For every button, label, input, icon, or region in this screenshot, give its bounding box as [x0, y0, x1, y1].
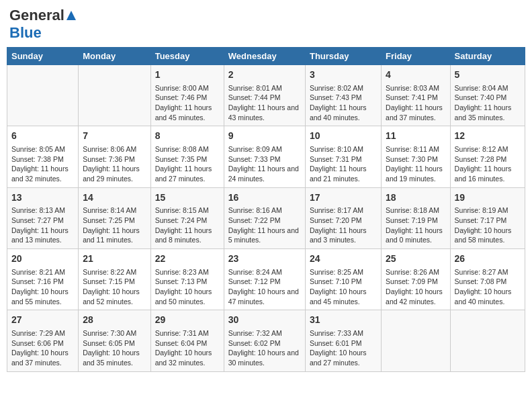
day-number: 20 [11, 253, 74, 266]
day-number: 14 [83, 191, 146, 205]
day-number: 6 [11, 130, 74, 143]
calendar-cell: 18Sunrise: 8:18 AMSunset: 7:19 PMDayligh… [382, 187, 451, 248]
day-info: Daylight: 10 hours and 47 minutes. [228, 287, 301, 306]
calendar-cell: 21Sunrise: 8:22 AMSunset: 7:15 PMDayligh… [79, 249, 150, 310]
day-info: Sunset: 7:19 PM [386, 216, 446, 226]
day-info: Sunset: 7:41 PM [386, 93, 446, 103]
calendar-cell [382, 310, 451, 371]
calendar-cell: 28Sunrise: 7:30 AMSunset: 6:05 PMDayligh… [79, 310, 150, 371]
day-info: Sunrise: 8:16 AM [228, 205, 301, 216]
day-info: Sunset: 6:02 PM [228, 338, 301, 349]
day-info: Sunrise: 8:26 AM [386, 267, 446, 277]
calendar-week-1: 1Sunrise: 8:00 AMSunset: 7:46 PMDaylight… [7, 65, 525, 126]
day-info: Sunset: 7:25 PM [83, 216, 146, 226]
day-info: Sunset: 7:31 PM [310, 154, 377, 165]
calendar-cell: 1Sunrise: 8:00 AMSunset: 7:46 PMDaylight… [150, 65, 224, 126]
calendar-header-monday: Monday [79, 48, 150, 65]
day-info: Daylight: 11 hours and 3 minutes. [310, 226, 377, 245]
day-info: Sunset: 7:35 PM [155, 154, 220, 165]
day-number: 1 [155, 68, 220, 82]
calendar-week-4: 20Sunrise: 8:21 AMSunset: 7:16 PMDayligh… [7, 249, 525, 310]
calendar-cell: 15Sunrise: 8:15 AMSunset: 7:24 PMDayligh… [150, 187, 224, 248]
day-info: Sunset: 7:15 PM [83, 277, 146, 287]
day-info: Sunrise: 8:02 AM [310, 83, 377, 93]
day-info: Sunset: 7:13 PM [155, 277, 220, 287]
day-number: 12 [455, 130, 521, 143]
day-info: Daylight: 11 hours and 0 minutes. [386, 226, 446, 245]
calendar-header-row: SundayMondayTuesdayWednesdayThursdayFrid… [7, 48, 525, 65]
day-number: 9 [228, 130, 301, 143]
day-info: Daylight: 11 hours and 11 minutes. [83, 226, 146, 245]
day-info: Daylight: 11 hours and 37 minutes. [386, 103, 446, 122]
calendar-cell: 30Sunrise: 7:32 AMSunset: 6:02 PMDayligh… [224, 310, 305, 371]
page-header: General Blue [7, 7, 525, 42]
logo: General Blue [9, 7, 77, 42]
calendar-cell: 22Sunrise: 8:23 AMSunset: 7:13 PMDayligh… [150, 249, 224, 310]
day-info: Sunset: 6:06 PM [11, 338, 74, 349]
calendar-week-3: 13Sunrise: 8:13 AMSunset: 7:27 PMDayligh… [7, 187, 525, 248]
day-info: Sunrise: 8:05 AM [11, 144, 74, 154]
calendar-cell: 4Sunrise: 8:03 AMSunset: 7:41 PMDaylight… [382, 65, 451, 126]
day-info: Sunset: 7:30 PM [386, 154, 446, 165]
calendar-cell: 2Sunrise: 8:01 AMSunset: 7:44 PMDaylight… [224, 65, 305, 126]
day-info: Daylight: 10 hours and 30 minutes. [228, 348, 301, 367]
calendar-week-5: 27Sunrise: 7:29 AMSunset: 6:06 PMDayligh… [7, 310, 525, 371]
day-info: Sunrise: 8:09 AM [228, 144, 301, 154]
day-number: 3 [310, 68, 377, 82]
calendar-cell: 23Sunrise: 8:24 AMSunset: 7:12 PMDayligh… [224, 249, 305, 310]
calendar-body: 1Sunrise: 8:00 AMSunset: 7:46 PMDaylight… [7, 65, 525, 372]
day-number: 2 [228, 68, 301, 82]
calendar-header-wednesday: Wednesday [224, 48, 305, 65]
day-info: Sunset: 7:22 PM [228, 216, 301, 226]
day-info: Daylight: 11 hours and 29 minutes. [83, 164, 146, 183]
day-info: Sunrise: 8:14 AM [83, 205, 146, 216]
day-info: Sunrise: 7:30 AM [83, 328, 146, 338]
day-info: Daylight: 10 hours and 27 minutes. [310, 348, 377, 367]
calendar-cell: 31Sunrise: 7:33 AMSunset: 6:01 PMDayligh… [305, 310, 381, 371]
day-info: Sunset: 7:17 PM [455, 216, 521, 226]
day-info: Sunrise: 7:31 AM [155, 328, 220, 338]
day-info: Daylight: 11 hours and 21 minutes. [310, 164, 377, 183]
day-info: Sunset: 7:43 PM [310, 93, 377, 103]
day-info: Sunset: 7:24 PM [155, 216, 220, 226]
day-number: 13 [11, 191, 74, 205]
day-number: 7 [83, 130, 146, 143]
day-info: Daylight: 10 hours and 52 minutes. [83, 287, 146, 306]
calendar-cell: 26Sunrise: 8:27 AMSunset: 7:08 PMDayligh… [450, 249, 525, 310]
day-number: 31 [310, 314, 377, 327]
calendar-cell: 12Sunrise: 8:12 AMSunset: 7:28 PMDayligh… [450, 126, 525, 187]
day-number: 10 [310, 130, 377, 143]
day-info: Daylight: 10 hours and 50 minutes. [155, 287, 220, 306]
day-info: Sunrise: 8:12 AM [455, 144, 521, 154]
day-info: Sunrise: 7:32 AM [228, 328, 301, 338]
day-info: Sunrise: 8:24 AM [228, 267, 301, 277]
day-number: 18 [386, 191, 446, 205]
logo-triangle-icon [65, 9, 77, 21]
calendar-cell: 25Sunrise: 8:26 AMSunset: 7:09 PMDayligh… [382, 249, 451, 310]
day-info: Daylight: 10 hours and 55 minutes. [11, 287, 74, 306]
day-info: Daylight: 11 hours and 8 minutes. [155, 226, 220, 245]
day-info: Sunset: 7:40 PM [455, 93, 521, 103]
day-info: Sunset: 7:28 PM [455, 154, 521, 165]
day-info: Daylight: 11 hours and 13 minutes. [11, 226, 74, 245]
calendar-cell: 24Sunrise: 8:25 AMSunset: 7:10 PMDayligh… [305, 249, 381, 310]
svg-marker-0 [66, 11, 76, 20]
day-info: Daylight: 11 hours and 27 minutes. [155, 164, 220, 183]
logo-blue: Blue [9, 24, 42, 41]
day-info: Sunset: 7:36 PM [83, 154, 146, 165]
day-number: 24 [310, 253, 377, 266]
calendar-cell: 17Sunrise: 8:17 AMSunset: 7:20 PMDayligh… [305, 187, 381, 248]
calendar-header-saturday: Saturday [450, 48, 525, 65]
calendar-cell: 10Sunrise: 8:10 AMSunset: 7:31 PMDayligh… [305, 126, 381, 187]
day-info: Sunset: 7:16 PM [11, 277, 74, 287]
day-info: Daylight: 11 hours and 5 minutes. [228, 226, 301, 245]
day-info: Sunrise: 8:13 AM [11, 205, 74, 216]
day-number: 15 [155, 191, 220, 205]
day-info: Sunrise: 8:21 AM [11, 267, 74, 277]
day-number: 11 [386, 130, 446, 143]
day-info: Sunrise: 8:08 AM [155, 144, 220, 154]
day-info: Sunset: 6:04 PM [155, 338, 220, 349]
day-info: Sunset: 7:20 PM [310, 216, 377, 226]
calendar-week-2: 6Sunrise: 8:05 AMSunset: 7:38 PMDaylight… [7, 126, 525, 187]
calendar-cell: 13Sunrise: 8:13 AMSunset: 7:27 PMDayligh… [7, 187, 79, 248]
